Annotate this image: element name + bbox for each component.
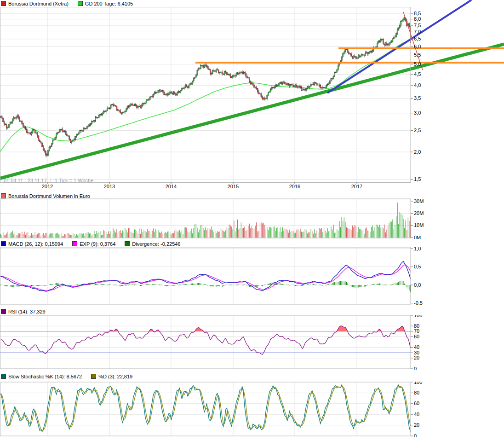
legend-item: RSI (14): 37,329: [1, 309, 46, 314]
svg-text:0,0: 0,0: [414, 282, 421, 288]
rsi-chart-legend: RSI (14): 37,329: [1, 308, 46, 314]
svg-text:6,5: 6,5: [414, 36, 421, 41]
svg-text:0M: 0M: [414, 235, 421, 239]
svg-text:3,0: 3,0: [414, 110, 421, 116]
svg-text:2015: 2015: [228, 184, 239, 189]
svg-text:-0,5: -0,5: [414, 300, 423, 305]
svg-text:60: 60: [414, 334, 419, 339]
legend-swatch: [1, 241, 6, 246]
svg-text:7,5: 7,5: [414, 23, 421, 28]
svg-text:8,0: 8,0: [414, 16, 421, 22]
legend-swatch: [125, 241, 130, 246]
svg-text:20M: 20M: [414, 210, 424, 216]
legend-swatch: [1, 374, 6, 379]
svg-text:2016: 2016: [289, 184, 300, 189]
svg-text:40: 40: [414, 344, 419, 350]
svg-text:7,0: 7,0: [414, 29, 421, 35]
macd-chart-legend: MACD (26, 12): 0,15094EXP (9): 0,3764Div…: [1, 241, 181, 247]
legend-label: EXP (9): 0,3764: [80, 241, 115, 247]
legend-item: EXP (9): 0,3764: [72, 241, 115, 247]
svg-text:70: 70: [414, 328, 419, 334]
svg-text:2014: 2014: [166, 184, 177, 189]
svg-text:60: 60: [414, 400, 419, 406]
stock-chart-page: Borussia Dortmund (Xetra)GD 200 Tage: 6,…: [0, 0, 504, 441]
svg-text:30: 30: [414, 350, 419, 355]
macd-chart-canvas: 1,00,50,0-0,5: [0, 247, 504, 305]
legend-label: MACD (26, 12): 0,15094: [8, 241, 63, 247]
svg-text:10M: 10M: [414, 222, 424, 228]
stochastic-chart-canvas: 100806040200: [0, 382, 504, 437]
svg-text:4,5: 4,5: [414, 71, 421, 77]
svg-text:0: 0: [414, 433, 417, 437]
svg-text:80: 80: [414, 323, 419, 329]
legend-swatch: [1, 193, 6, 198]
svg-text:5,0: 5,0: [414, 61, 421, 67]
legend-swatch: [1, 309, 6, 314]
legend-label: Divergence: -0,22546: [132, 241, 180, 247]
svg-text:80: 80: [414, 390, 419, 395]
svg-text:40: 40: [414, 412, 419, 417]
svg-text:2,5: 2,5: [414, 128, 421, 133]
svg-text:4,0: 4,0: [414, 82, 421, 88]
svg-text:3,5: 3,5: [414, 95, 421, 101]
legend-item: MACD (26, 12): 0,15094: [1, 241, 63, 247]
legend-item: %D (3): 22,819: [91, 374, 132, 379]
date-range-note: 01.04.11 - 23.11.17 1 Tick = 1 Woche: [4, 178, 93, 183]
legend-label: %D (3): 22,819: [98, 374, 132, 379]
svg-text:8,5: 8,5: [414, 11, 421, 16]
rsi-chart-canvas: 1008070604030200: [0, 315, 504, 370]
note-divider: [51, 178, 51, 183]
svg-text:0,5: 0,5: [414, 264, 421, 269]
svg-text:2,0: 2,0: [414, 149, 421, 155]
svg-text:5,5: 5,5: [414, 52, 421, 58]
svg-text:20: 20: [414, 422, 419, 428]
svg-text:20: 20: [414, 355, 419, 360]
legend-label: Slow Stochastic %K (14): 8,5672: [8, 374, 82, 379]
legend-item: Divergence: -0,22546: [125, 241, 180, 247]
volume-chart-canvas: 30M20M10M0M: [0, 198, 504, 239]
legend-item: Borussia Dortmund Volumen in Euro: [1, 193, 90, 199]
svg-text:1,5: 1,5: [414, 176, 421, 182]
svg-text:30M: 30M: [414, 198, 424, 204]
svg-text:0: 0: [414, 366, 417, 370]
legend-label: Borussia Dortmund Volumen in Euro: [8, 193, 90, 199]
price-chart-canvas: 8,58,07,57,06,56,05,55,04,54,03,53,02,52…: [0, 0, 504, 191]
legend-label: RSI (14): 37,329: [8, 309, 46, 314]
svg-text:6,0: 6,0: [414, 44, 421, 49]
legend-swatch: [72, 241, 77, 246]
tick-interval-text: 1 Tick = 1 Woche: [55, 178, 93, 183]
svg-text:2012: 2012: [42, 184, 53, 189]
legend-swatch: [91, 374, 96, 379]
svg-text:1,0: 1,0: [414, 247, 421, 251]
legend-item: Slow Stochastic %K (14): 8,5672: [1, 374, 82, 379]
svg-text:2013: 2013: [104, 184, 115, 189]
svg-text:2017: 2017: [351, 184, 362, 189]
stochastic-chart-legend: Slow Stochastic %K (14): 8,5672%D (3): 2…: [1, 373, 132, 379]
svg-text:100: 100: [414, 315, 422, 318]
svg-text:100: 100: [414, 382, 422, 385]
date-range-text: 01.04.11 - 23.11.17: [4, 178, 47, 183]
